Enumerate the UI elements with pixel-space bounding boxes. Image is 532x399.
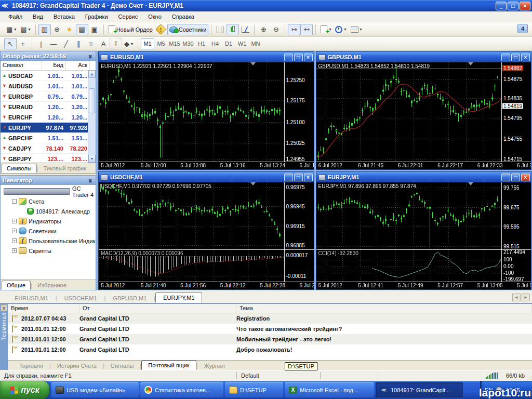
periods-icon[interactable]: ▾ (333, 24, 348, 35)
price-scale[interactable]: 0.969750.969450.969150.96885 (284, 182, 314, 249)
text-icon[interactable]: A (97, 38, 110, 49)
terminal-tab-Журнал[interactable]: Журнал (198, 362, 231, 370)
chart-close-button[interactable]: × (304, 174, 313, 181)
indicators-icon[interactable]: ▾ (318, 24, 333, 35)
chart-minimize-button[interactable]: _ (284, 174, 293, 181)
chart-shift-icon[interactable]: ↤ (300, 24, 313, 35)
terminal-tab-Торговля[interactable]: Торговля (13, 362, 49, 370)
autoscroll-icon[interactable]: ↦ (288, 24, 300, 35)
menu-Вид[interactable]: Вид (28, 12, 48, 21)
tree-item-Советники[interactable]: +Советники (3, 226, 96, 236)
terminal-tab-История Счета[interactable]: История Счета (51, 362, 103, 370)
tick-chart-icon[interactable]: ▥ (38, 24, 51, 35)
window-maximize-button[interactable]: □ (508, 2, 518, 10)
indicator-plot[interactable]: MACD(12,26,9) 0.000073 0.000096 (99, 250, 284, 282)
time-scale[interactable]: 5 Jul 20125 Jul 21:405 Jul 21:565 Jul 22… (99, 282, 314, 289)
market-watch-row[interactable]: ▼EURAUD1.20...1.20... (1, 102, 96, 112)
terminal-close-icon[interactable]: x (1, 304, 7, 311)
data-window-icon[interactable]: ▣ (88, 24, 101, 35)
tab-Символы[interactable]: Символы (2, 164, 37, 173)
new-chart-icon[interactable]: ▦▾ (4, 24, 18, 35)
chart-minimize-button[interactable]: _ (284, 54, 293, 61)
tree-item-1084917: Александр[interactable]: 1084917: Александр (3, 206, 96, 216)
timeframe-M15[interactable]: M15 (168, 38, 181, 49)
vline-icon[interactable]: | (35, 38, 47, 49)
column-ask[interactable]: Аск (66, 61, 90, 70)
line-chart-icon[interactable] (239, 24, 251, 35)
market-watch-close-icon[interactable]: x (87, 53, 94, 59)
menu-Окно[interactable]: Окно (143, 12, 167, 21)
tree-item-Индикаторы[interactable]: +ƒИндикаторы (3, 216, 96, 226)
column-symbol[interactable]: Символ (1, 61, 42, 70)
chart-maximize-button[interactable]: □ (294, 54, 303, 61)
timeframe-H1[interactable]: H1 (195, 38, 208, 49)
chart-window-titlebar[interactable]: GBPUSD,M1 _ □ × (316, 52, 531, 62)
shapes-icon[interactable]: ◆▾ (122, 38, 135, 49)
chart-plot[interactable]: EURJPY,M1 97.896 97.896 97.855 97.874 (316, 182, 502, 249)
chart-close-button[interactable]: × (304, 54, 313, 61)
market-watch-row[interactable]: ▼EURCHF1.20...1.20... (1, 112, 96, 123)
chart-maximize-button[interactable]: □ (294, 174, 303, 181)
indicator-plot[interactable]: CCI(14) -32.2830 (316, 250, 502, 282)
tree-expander-icon[interactable]: + (12, 238, 17, 243)
candlestick-icon[interactable] (227, 24, 239, 35)
zoom-out-icon[interactable]: ⊖ (270, 24, 282, 35)
timeframe-M30[interactable]: M30 (181, 38, 195, 49)
menu-Файл[interactable]: Файл (3, 12, 28, 21)
new-order-button[interactable]: Новый Ордер (107, 24, 155, 35)
column-from[interactable]: От (79, 304, 236, 313)
mail-row[interactable]: 2011.01.01 12:00Grand Capital LTDДобро п… (8, 344, 532, 355)
tree-expander-icon[interactable]: - (12, 199, 17, 204)
task-Статистика ключев...[interactable]: Статистика ключев... (140, 382, 223, 397)
mail-row[interactable]: 2011.01.01 12:00Grand Capital LTDЧто так… (8, 324, 532, 334)
window-close-button[interactable]: × (520, 2, 530, 10)
market-watch-row[interactable]: ▲USDCAD1.01...1.01... (1, 71, 96, 81)
chart-maximize-button[interactable]: □ (511, 54, 520, 61)
tree-item-Пользовательские Индик[interactable]: +ƒПользовательские Индик (3, 236, 96, 246)
market-watch-row[interactable]: ▲GBPCHF1.51...1.51... (1, 133, 96, 143)
chart-plot[interactable]: EURUSD,M1 1.22921 1.22921 1.22904 1.2290… (99, 62, 284, 162)
fibo-icon[interactable]: ≡ (85, 38, 97, 49)
cursor-icon[interactable]: ↖ (4, 38, 17, 49)
market-watch-row[interactable]: ▼AUDUSD1.01...1.01... (1, 81, 96, 91)
channel-icon[interactable]: ∥ (72, 38, 85, 49)
chart-minimize-button[interactable]: _ (501, 174, 510, 181)
task-1084917: GrandCapit...[interactable]: ≪1084917: GrandCapit... (376, 382, 463, 397)
timeframe-M1[interactable]: M1 (141, 38, 154, 49)
tree-item-GC Trader 4[interactable]: GC Trader 4 (3, 187, 96, 196)
menu-Справка[interactable]: Справка (167, 12, 200, 21)
mailbox-badge[interactable]: 4 (517, 24, 528, 33)
task-D:\SETUP[interactable]: D:\SETUP (225, 382, 283, 397)
market-watch-row[interactable]: ▼GBPJPY123....123.... (1, 154, 96, 163)
scrollbar-thumb[interactable] (89, 88, 95, 113)
task-Microsoft Excel - под...[interactable]: XMicrosoft Excel - под... (285, 382, 374, 397)
tree-expander-icon[interactable]: + (12, 229, 17, 233)
favorites-icon[interactable]: ★ (63, 24, 76, 35)
zoom-in-icon[interactable]: ⊕ (257, 24, 270, 35)
column-bid[interactable]: Бид (42, 61, 66, 70)
profiles-icon[interactable]: ▤▾ (18, 24, 32, 35)
tab-scroll-left-icon[interactable]: ◄ (512, 294, 521, 301)
navigator-close-icon[interactable]: x (87, 177, 94, 183)
bar-chart-icon[interactable] (214, 24, 227, 35)
templates-icon[interactable]: ▾ (349, 24, 364, 35)
chart-tab-GBPUSD,M1[interactable]: GBPUSD,M1 (105, 294, 154, 303)
market-watch-row[interactable]: ▼EURJPY97.87497.928 (1, 123, 96, 133)
chart-close-button[interactable]: × (521, 54, 530, 61)
tree-item-Счета[interactable]: -Счета (3, 196, 96, 206)
chart-tab-EURUSD,M1[interactable]: EURUSD,M1 (7, 294, 56, 303)
start-button[interactable]: пуск (0, 381, 49, 399)
menu-Графики[interactable]: Графики (80, 12, 113, 21)
chart-window-titlebar[interactable]: EURJPY,M1 _ □ × (316, 172, 531, 182)
label-icon[interactable]: T (110, 38, 122, 49)
market-watch-row[interactable]: ▼EURGBP0.79...0.79... (1, 91, 96, 102)
market-watch-scrollbar[interactable]: ▲ ▼ (88, 70, 96, 163)
chart-window-titlebar[interactable]: USDCHF,M1 _ □ × (99, 172, 314, 182)
indicator-scale[interactable]: 0.000017-0.00011 (284, 250, 314, 282)
timeframe-W1[interactable]: W1 (235, 38, 249, 49)
tree-item-Скрипты[interactable]: +Скрипты (3, 246, 96, 256)
chart-tab-USDCHF,M1[interactable]: USDCHF,M1 (57, 294, 104, 303)
tab-Избранное[interactable]: Избранное (32, 281, 72, 290)
menu-Вставка[interactable]: Вставка (48, 12, 80, 21)
tree-expander-icon[interactable]: + (12, 248, 17, 253)
